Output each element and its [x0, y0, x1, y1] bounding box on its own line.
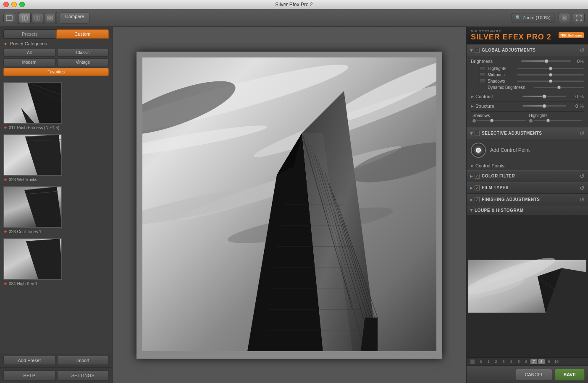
highlights-slider[interactable] [517, 68, 584, 69]
add-control-point-row: Add Control Point [471, 143, 584, 158]
hist-num-8[interactable]: 8 [538, 359, 545, 364]
settings-icon-btn[interactable] [559, 13, 570, 23]
window-controls[interactable] [3, 2, 25, 7]
hist-num-0[interactable]: 0 [478, 359, 484, 364]
hist-num-4[interactable]: 4 [508, 359, 514, 364]
hist-num-6[interactable]: 6 [523, 359, 530, 364]
add-preset-button[interactable]: Add Preset [3, 356, 55, 365]
split-view-btn[interactable] [19, 13, 31, 23]
divider-2 [471, 102, 584, 102]
maximize-button[interactable] [19, 2, 25, 7]
midtones-row: Midtones [479, 73, 584, 77]
highlights-checkbox[interactable] [479, 66, 485, 70]
import-button[interactable]: Import [57, 356, 109, 365]
selective-adj-header[interactable]: ▶ SELECTIVE ADJUSTMENTS ↺ [467, 128, 588, 139]
zoom-display[interactable]: 🔍 Zoom (100%) [512, 13, 554, 23]
cat-favorites[interactable]: Favorites [3, 68, 109, 76]
control-points-header[interactable]: ▶ Control Points [471, 163, 584, 168]
cat-modern[interactable]: Modern [3, 58, 55, 66]
preset-thumbnail-3 [3, 186, 62, 228]
midtones-checkbox[interactable] [479, 73, 485, 77]
shadows-mini-slider [472, 119, 526, 122]
film-types-reset-icon[interactable]: ↺ [580, 185, 585, 191]
star-icon: ★ [3, 229, 8, 234]
loupe-histogram-header[interactable]: ▶ LOUPE & HISTOGRAM [467, 206, 588, 215]
list-item[interactable]: ★ 011 Push Process (N +1.5) [3, 82, 109, 130]
brightness-thumb[interactable] [544, 59, 549, 63]
color-filter-header[interactable]: ▶ COLOR FILTER ↺ [467, 170, 588, 182]
cat-all[interactable]: All [3, 49, 55, 57]
shadows-checkbox[interactable] [479, 79, 485, 83]
tab-presets[interactable]: Presets [3, 29, 56, 39]
highlights-row: Highlights [479, 66, 584, 71]
save-button[interactable]: SAVE [555, 369, 585, 380]
hist-num-1[interactable]: 1 [485, 359, 492, 364]
brightness-slider-container [521, 60, 571, 62]
finishing-adj-header[interactable]: ▶ FINISHING ADJUSTMENTS ↺ [467, 194, 588, 206]
contrast-value: 0 [570, 94, 578, 99]
brightness-slider[interactable] [521, 60, 571, 62]
finishing-reset-icon[interactable]: ↺ [580, 196, 585, 203]
shadows-track[interactable] [477, 120, 526, 121]
side-by-side-btn[interactable] [32, 13, 43, 23]
divider-1 [471, 92, 584, 92]
hist-num-5[interactable]: 5 [515, 359, 522, 364]
cat-classic[interactable]: Classic [57, 49, 109, 57]
cp-expand-icon: ▶ [471, 164, 474, 168]
grid-view-btn[interactable] [44, 13, 56, 23]
dynamic-brightness-thumb[interactable] [557, 86, 561, 89]
hist-num-10[interactable]: 10 [553, 359, 560, 364]
shadows-slider[interactable] [517, 81, 584, 82]
control-point-icon[interactable] [471, 143, 486, 158]
finishing-adj-checkbox[interactable] [475, 197, 480, 202]
reset-icon[interactable]: ↺ [580, 47, 585, 54]
help-button[interactable]: HELP [3, 370, 55, 380]
cancel-button[interactable]: CANCEL [516, 369, 552, 380]
midtones-slider[interactable] [517, 74, 584, 76]
hist-num-7[interactable]: 7 [530, 359, 537, 364]
finishing-adj-title: FINISHING ADJUSTMENTS [482, 197, 578, 202]
contrast-expand-icon[interactable]: ▶ [471, 94, 474, 99]
contrast-thumb[interactable] [542, 94, 546, 99]
contrast-slider[interactable] [522, 96, 566, 97]
list-item[interactable]: ★ 028 Cool Tones 1 [3, 186, 109, 234]
shadows-thumb[interactable] [549, 79, 552, 83]
color-filter-reset-icon[interactable]: ↺ [580, 173, 585, 180]
histogram-checkbox[interactable] [470, 359, 475, 364]
selective-adj-checkbox[interactable] [475, 131, 480, 136]
hist-num-3[interactable]: 3 [500, 359, 507, 364]
view-btn-1[interactable] [3, 13, 15, 23]
film-types-checkbox[interactable] [475, 185, 480, 190]
fullscreen-icon-btn[interactable] [573, 13, 585, 23]
color-filter-checkbox[interactable] [475, 174, 480, 179]
selective-reset-icon[interactable]: ↺ [580, 130, 585, 137]
film-types-header[interactable]: ▶ FILM TYPES ↺ [467, 182, 588, 194]
preset-bottom-buttons: Add Preset Import [0, 353, 112, 367]
highlights-track[interactable] [534, 120, 583, 121]
hist-num-2[interactable]: 2 [493, 359, 499, 364]
categories-header[interactable]: ▼ Preset Categories [3, 41, 109, 46]
structure-thumb[interactable] [542, 104, 546, 108]
structure-expand-icon[interactable]: ▶ [471, 104, 474, 108]
hist-num-9[interactable]: 9 [546, 359, 552, 364]
shadows-mini: Shadows [472, 113, 526, 122]
structure-slider[interactable] [522, 105, 566, 107]
highlights-mini-thumb[interactable] [546, 119, 550, 122]
shadows-mini-thumb[interactable] [490, 119, 494, 122]
compare-button[interactable]: Compare [60, 13, 89, 23]
close-button[interactable] [3, 2, 9, 7]
color-filter-title: COLOR FILTER [482, 174, 578, 178]
settings-button[interactable]: SETTINGS [57, 370, 109, 380]
cat-vintage[interactable]: Vintage [57, 58, 109, 66]
midtones-thumb[interactable] [549, 73, 552, 77]
global-adjustments-header[interactable]: ▶ GLOBAL ADJUSTMENTS ↺ [467, 44, 588, 56]
minimize-button[interactable] [11, 2, 17, 7]
list-item[interactable]: ★ 034 High Key 1 [3, 238, 109, 287]
dynamic-brightness-slider[interactable] [534, 87, 584, 88]
canvas-area: Metropolis ColorOriginal.tif [113, 27, 466, 383]
list-item[interactable]: ★ 023 Wet Rocks [3, 134, 109, 182]
tab-custom[interactable]: Custom [56, 29, 109, 39]
preset-thumbnail-1 [3, 82, 62, 124]
global-adj-checkbox[interactable] [475, 48, 480, 53]
highlights-thumb[interactable] [549, 67, 552, 70]
